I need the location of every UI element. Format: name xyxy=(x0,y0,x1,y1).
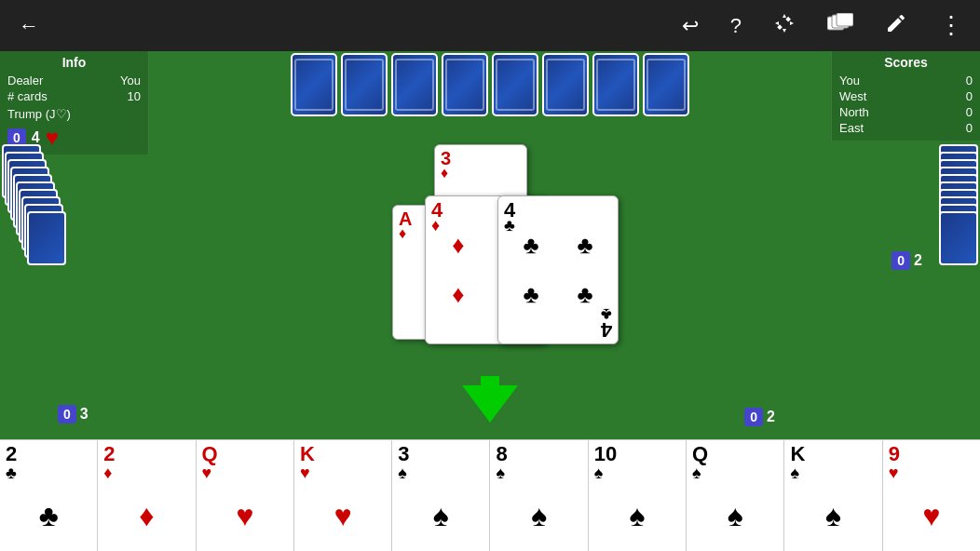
svg-marker-3 xyxy=(462,376,518,423)
east-play-card[interactable]: 4 ♣ ♣ ♣ ♣ ♣ 4 ♣ xyxy=(497,195,619,344)
north-card-5 xyxy=(492,53,538,116)
scores-title: Scores xyxy=(839,55,973,70)
west-score: 0 xyxy=(966,89,973,103)
cards-label: # cards xyxy=(7,89,48,103)
dealer-label: Dealer xyxy=(7,74,43,87)
east-tricks-count: 2 xyxy=(914,252,922,269)
east-label: East xyxy=(839,121,864,135)
north-card-7 xyxy=(592,53,639,116)
center-play-area: 3 ♦ ♦ 3 ♦ A ♦ ♦ A ♦ 4 ♦ ♦ ♦ ♦ ♦ 4 ♦ xyxy=(332,144,648,386)
east-score-row: East 0 xyxy=(839,121,973,135)
player-hand-card-7[interactable]: Q ♠ ♠ xyxy=(687,439,784,551)
north-label: North xyxy=(839,105,869,119)
south-bid-area: 0 2 xyxy=(744,408,775,426)
game-area: Info Dealer You # cards 10 Trump (J♡) 0 … xyxy=(0,51,980,551)
west-tricks-count: 3 xyxy=(80,406,88,423)
you-score-row: You 0 xyxy=(839,74,973,87)
north-card-2 xyxy=(341,53,388,116)
west-bid-area: 0 3 xyxy=(58,405,88,423)
back-button[interactable]: ← xyxy=(11,10,47,42)
player-hand-card-8[interactable]: K ♠ ♠ xyxy=(784,439,882,551)
trump-label: Trump (J♡) xyxy=(7,107,71,121)
down-arrow xyxy=(462,376,518,426)
east-bid-box: 0 xyxy=(892,251,910,270)
player-hand-card-5[interactable]: 8 ♠ ♠ xyxy=(490,439,588,551)
help-button[interactable]: ? xyxy=(723,10,749,42)
north-card-3 xyxy=(391,53,438,116)
south-tricks-count: 2 xyxy=(767,409,775,425)
cards-value: 10 xyxy=(128,89,141,103)
info-title: Info xyxy=(7,55,141,70)
west-score-row: West 0 xyxy=(839,89,973,103)
move-button[interactable] xyxy=(766,8,803,43)
north-card-1 xyxy=(291,53,337,116)
player-hand-card-2[interactable]: Q ♥ ♥ xyxy=(197,439,294,551)
east-score: 0 xyxy=(966,121,973,135)
east-bid-area: 0 2 xyxy=(892,251,922,270)
svg-rect-2 xyxy=(837,13,853,26)
west-label: West xyxy=(839,89,866,103)
notes-button[interactable] xyxy=(878,8,915,44)
player-hand: 2 ♣ ♣ 2 ♦ ♦ Q ♥ ♥ K ♥ ♥ 3 ♠ ♠ 8 ♠ ♠ 10 ♠… xyxy=(0,439,980,551)
dealer-row: Dealer You xyxy=(7,74,141,87)
trump-row: Trump (J♡) xyxy=(7,107,141,121)
east-cards xyxy=(939,144,978,198)
undo-button[interactable]: ↩ xyxy=(674,10,706,42)
west-card-10 xyxy=(27,211,66,265)
player-hand-card-3[interactable]: K ♥ ♥ xyxy=(294,439,392,551)
player-hand-card-1[interactable]: 2 ♦ ♦ xyxy=(98,439,196,551)
cards-button[interactable] xyxy=(820,9,861,43)
heart-symbol: ♥ xyxy=(46,125,59,151)
north-card-6 xyxy=(542,53,589,116)
west-bid-box: 0 xyxy=(58,405,76,423)
info-panel: Info Dealer You # cards 10 Trump (J♡) 0 … xyxy=(0,51,149,155)
player-hand-card-6[interactable]: 10 ♠ ♠ xyxy=(589,439,687,551)
cards-row: # cards 10 xyxy=(7,89,141,103)
you-label: You xyxy=(839,74,860,87)
dealer-value: You xyxy=(120,74,141,87)
player-hand-card-0[interactable]: 2 ♣ ♣ xyxy=(0,439,98,551)
north-score-row: North 0 xyxy=(839,105,973,119)
scores-panel: Scores You 0 West 0 North 0 East 0 xyxy=(831,51,980,141)
north-card-8 xyxy=(643,53,689,116)
more-button[interactable]: ⋮ xyxy=(932,7,969,44)
north-score: 0 xyxy=(966,105,973,119)
east-card-10 xyxy=(939,211,978,265)
you-score: 0 xyxy=(966,74,973,87)
player-hand-card-4[interactable]: 3 ♠ ♠ xyxy=(392,439,490,551)
player-hand-card-9[interactable]: 9 ♥ ♥ xyxy=(883,439,980,551)
south-bid-box: 0 xyxy=(744,408,763,426)
toolbar: ← ↩ ? ⋮ xyxy=(0,0,980,51)
north-card-4 xyxy=(442,53,488,116)
north-cards xyxy=(291,51,689,116)
